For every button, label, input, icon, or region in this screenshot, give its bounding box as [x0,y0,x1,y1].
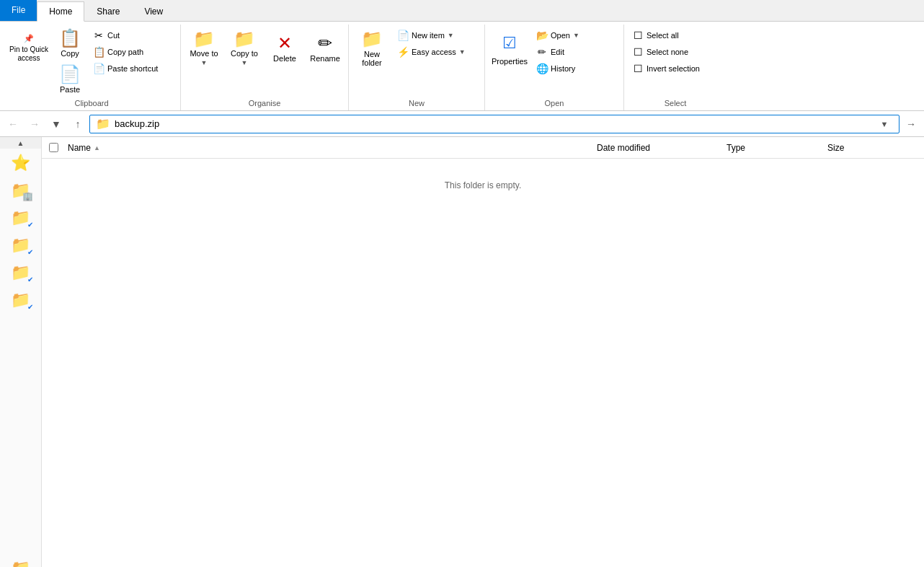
open-label: Open [551,31,570,40]
properties-button[interactable]: ☑ Properties [489,25,530,72]
tab-file[interactable]: File [0,0,37,21]
sidebar-item-3[interactable]: 📁 ✔ [6,232,35,258]
col-size-label: Size [827,143,844,153]
tab-view-label: View [144,6,163,17]
main-area: ▲ ⭐ 📁 🏢 📁 ✔ 📁 ✔ [0,137,924,567]
clipboard-group-label: Clipboard [7,97,176,109]
paste-icon: 📄 [59,66,81,83]
back-button[interactable]: ← [3,114,23,134]
scroll-up-arrow: ▲ [17,139,25,147]
sidebar-item-quickaccess[interactable]: ⭐ [6,150,35,176]
recent-locations-button[interactable]: ▼ [46,114,66,134]
rename-label: Rename [310,54,340,63]
tab-home[interactable]: Home [37,1,84,22]
sidebar-folder-icon-1: 📁 🏢 [11,181,30,200]
copy-to-icon: 📁 [234,30,255,48]
edit-button[interactable]: ✏ Edit [533,44,619,60]
sidebar-items: ⭐ 📁 🏢 📁 ✔ 📁 ✔ 📁 ✔ [0,149,41,496]
sidebar-item-4[interactable]: 📁 ✔ [6,260,35,286]
copy-icon: 📋 [59,30,81,47]
new-item-button[interactable]: 📄 New item ▼ [394,27,480,43]
paste-shortcut-icon: 📄 [93,63,105,74]
copy-button[interactable]: 📋 Copy [52,26,88,61]
sidebar-item-2[interactable]: 📁 ✔ [6,205,35,231]
ribbon: 📌 Pin to Quick access 📋 Copy 📄 Paste [0,22,924,111]
col-date-label: Date modified [597,143,650,153]
sidebar-item-5[interactable]: 📁 ✔ [6,287,35,313]
pin-icon: 📌 [24,34,34,43]
address-input[interactable] [115,118,871,129]
history-button[interactable]: 🌐 History [533,61,619,76]
new-folder-icon: 📁 [361,30,383,48]
forward-button[interactable]: → [25,114,45,134]
properties-label: Properties [492,57,528,66]
quick-access-icon: ⭐ [11,154,30,172]
select-none-icon: ☐ [632,46,644,58]
sidebar-scroll-up[interactable]: ▲ [0,137,41,149]
move-to-button[interactable]: 📁 Move to ▼ [185,25,223,72]
paste-label: Paste [60,85,80,94]
select-all-label: Select all [647,31,679,40]
open-button[interactable]: 📂 Open ▼ [533,27,619,43]
delete-button[interactable]: ✕ Delete [266,25,303,72]
navigate-button[interactable]: → [901,114,921,134]
sidebar-folder-icon-4: 📁 ✔ [11,263,30,282]
invert-selection-icon: ☐ [632,63,644,74]
rename-icon: ✏ [318,35,332,52]
empty-folder-message: This folder is empty. [42,159,924,212]
sidebar-item-1[interactable]: 📁 🏢 [6,177,35,203]
select-none-button[interactable]: ☐ Select none [628,44,722,60]
sidebar-folder-icon-5: 📁 ✔ [11,291,30,309]
tab-share[interactable]: Share [84,1,132,22]
copy-path-label: Copy path [107,48,143,56]
tab-file-label: File [12,5,25,15]
col-size-header[interactable]: Size [827,143,899,153]
select-none-label: Select none [647,48,688,56]
cut-button[interactable]: ✂ Cut [89,27,176,43]
address-bar[interactable]: 📁 ▼ [89,115,899,133]
content-area: Name ▲ Date modified Type Size This fold… [42,137,924,567]
tab-home-label: Home [49,6,72,17]
pin-label: Pin to Quick access [9,45,48,63]
delete-label: Delete [273,54,296,63]
address-folder-icon: 📁 [96,117,110,131]
invert-selection-button[interactable]: ☐ Invert selection [628,61,722,76]
easy-access-icon: ⚡ [397,46,409,58]
edit-label: Edit [551,48,564,56]
paste-button[interactable]: 📄 Paste [52,62,88,97]
easy-access-button[interactable]: ⚡ Easy access ▼ [394,44,480,60]
col-name-header[interactable]: Name ▲ [62,143,597,153]
organise-group-label: Organise [185,97,344,109]
select-group-label: Select [628,97,722,109]
copy-to-button[interactable]: 📁 Copy to ▼ [226,25,263,72]
cut-icon: ✂ [93,30,105,41]
header-checkbox[interactable] [45,143,62,152]
ribbon-group-clipboard: 📌 Pin to Quick access 📋 Copy 📄 Paste [3,25,181,110]
col-date-header[interactable]: Date modified [597,143,727,153]
move-icon: 📁 [193,30,215,48]
select-all-button[interactable]: ☐ Select all [628,27,722,43]
tab-view[interactable]: View [132,1,175,22]
move-to-label: Move to [190,49,218,58]
col-type-header[interactable]: Type [727,143,827,153]
select-all-icon: ☐ [632,30,644,41]
empty-message-text: This folder is empty. [445,180,521,190]
copy-path-icon: 📋 [93,46,105,58]
easy-access-arrow: ▼ [459,48,466,56]
properties-icon: ☑ [502,34,517,53]
copy-path-button[interactable]: 📋 Copy path [89,44,176,60]
history-icon: 🌐 [536,63,548,74]
rename-button[interactable]: ✏ Rename [306,25,344,72]
sidebar-item-bottom[interactable]: 📁 [6,555,35,567]
up-button[interactable]: ↑ [68,114,88,134]
ribbon-group-new: 📁 New folder 📄 New item ▼ ⚡ Easy access … [349,25,485,110]
select-all-checkbox[interactable] [49,143,58,152]
paste-shortcut-button[interactable]: 📄 Paste shortcut [89,61,176,76]
tab-bar: File Home Share View [0,0,924,22]
name-sort-icon: ▲ [94,144,100,151]
col-type-label: Type [727,143,745,153]
new-folder-button[interactable]: 📁 New folder [353,25,391,72]
address-dropdown-button[interactable]: ▼ [876,120,893,128]
history-label: History [551,64,575,73]
pin-to-quick-access-button[interactable]: 📌 Pin to Quick access [7,25,50,72]
